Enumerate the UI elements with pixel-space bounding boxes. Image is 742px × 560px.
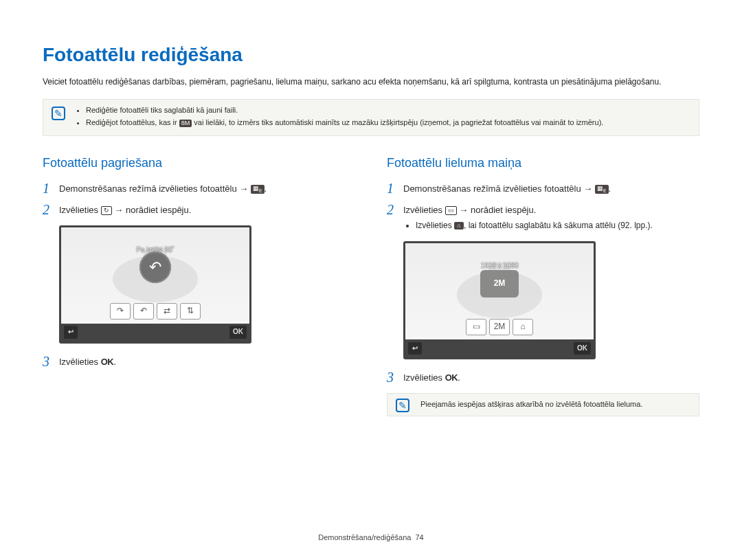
page-title: Fotoattēlu rediģēšana xyxy=(43,41,699,69)
edit-menu-icon: ▦E xyxy=(595,185,609,194)
step-row: 2 Izvēlieties ▭ → norādiet iespēju. Izvē… xyxy=(387,203,699,233)
resize-option-button[interactable]: ▭ xyxy=(466,319,486,335)
column-resize: Fotoattēlu lieluma maiņa 1 Demonstrēšana… xyxy=(387,154,699,434)
size-8m-icon: 8M xyxy=(179,120,192,127)
section-heading-rotate: Fotoattēlu pagriešana xyxy=(43,154,355,172)
step-row: 3 Izvēlieties OK. xyxy=(387,370,699,385)
step-number: 1 xyxy=(43,181,59,195)
rotate-right-button[interactable]: ↷ xyxy=(110,303,131,320)
flip-horizontal-button[interactable]: ⇄ xyxy=(157,303,177,320)
step-row: 1 Demonstrēšanas režīmā izvēlieties foto… xyxy=(43,181,355,196)
step-number: 3 xyxy=(387,370,403,384)
resize-icon: ▭ xyxy=(445,206,457,215)
rotate-preview-icon: ↶ xyxy=(139,251,171,283)
intro-text: Veiciet fotoattēlu rediģēšanas darbības,… xyxy=(43,76,699,88)
ok-button[interactable]: OK xyxy=(229,326,247,339)
column-rotate: Fotoattēlu pagriešana 1 Demonstrēšanas r… xyxy=(43,154,355,434)
step-row: 3 Izvēlieties OK. xyxy=(43,355,355,369)
back-button[interactable]: ↩ xyxy=(64,326,78,339)
edit-menu-icon: ▦E xyxy=(251,185,265,194)
step-number: 1 xyxy=(387,181,403,195)
step-number: 2 xyxy=(387,203,403,216)
resize-start-image-button[interactable]: ⌂ xyxy=(513,319,533,335)
footer: Demonstrēšana/rediģēšana 74 xyxy=(0,533,742,544)
section-heading-resize: Fotoattēlu lieluma maiņa xyxy=(387,154,699,172)
note-item: Rediģētie fotoattēli tiks saglabāti kā j… xyxy=(86,105,692,116)
ok-label-icon: OK xyxy=(101,357,114,367)
note-icon: ✎ xyxy=(396,399,409,412)
ok-label-icon: OK xyxy=(445,372,458,383)
rotate-icon: ↻ xyxy=(101,206,112,215)
resize-option-button[interactable]: 2M xyxy=(489,319,510,335)
rotate-left-button[interactable]: ↶ xyxy=(133,303,154,320)
step-sub-item: Izvēlieties ⌂, lai fotoattēlu saglabātu … xyxy=(416,220,699,232)
step-number: 2 xyxy=(43,203,59,216)
note-item: Rediģējot fotoattēlus, kas ir 8M vai lie… xyxy=(86,117,692,128)
step-number: 3 xyxy=(43,355,59,368)
resize-preview-icon: 2M xyxy=(480,270,519,298)
step-row: 2 Izvēlieties ↻ → norādiet iespēju. xyxy=(43,203,355,217)
back-button[interactable]: ↩ xyxy=(408,342,422,355)
flip-vertical-button[interactable]: ⇅ xyxy=(180,303,201,320)
device-preview-rotate: Pa kreisi 90˚ ↶ ↷ ↶ ⇄ ⇅ ↩ OK xyxy=(59,225,251,344)
bottom-note-box: ✎ Pieejamās iespējas atšķiras atkarībā n… xyxy=(387,393,699,416)
device-preview-resize: 1920 x 1080 2M ▭ 2M ⌂ ↩ OK xyxy=(403,241,596,359)
start-image-icon: ⌂ xyxy=(454,222,464,229)
note-text: Pieejamās iespējas atšķiras atkarībā no … xyxy=(420,400,642,408)
step-row: 1 Demonstrēšanas režīmā izvēlieties foto… xyxy=(387,181,699,196)
ok-button[interactable]: OK xyxy=(574,342,591,355)
note-icon: ✎ xyxy=(52,107,65,120)
top-note-box: ✎ Rediģētie fotoattēli tiks saglabāti kā… xyxy=(43,99,699,136)
